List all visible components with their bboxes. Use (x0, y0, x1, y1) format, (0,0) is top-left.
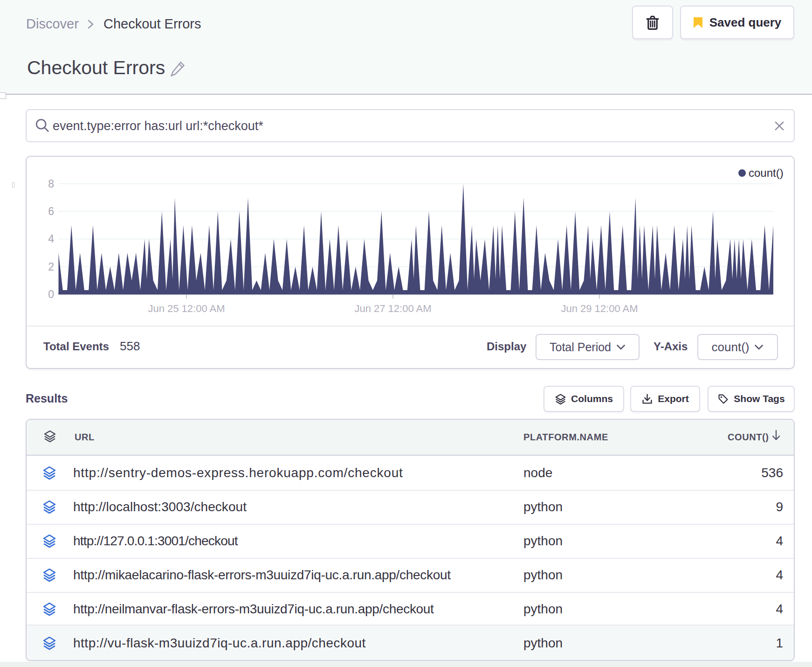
svg-text:Jun 25 12:00 AM: Jun 25 12:00 AM (148, 303, 225, 314)
svg-text:4: 4 (48, 233, 54, 245)
svg-text:8: 8 (48, 178, 54, 190)
svg-text:Jun 27 12:00 AM: Jun 27 12:00 AM (354, 303, 431, 314)
svg-text:6: 6 (48, 205, 54, 217)
svg-text:count(): count() (749, 167, 784, 179)
svg-text:Jun 29 12:00 AM: Jun 29 12:00 AM (561, 303, 638, 314)
svg-text:0: 0 (48, 288, 54, 300)
svg-text:2: 2 (48, 261, 54, 273)
